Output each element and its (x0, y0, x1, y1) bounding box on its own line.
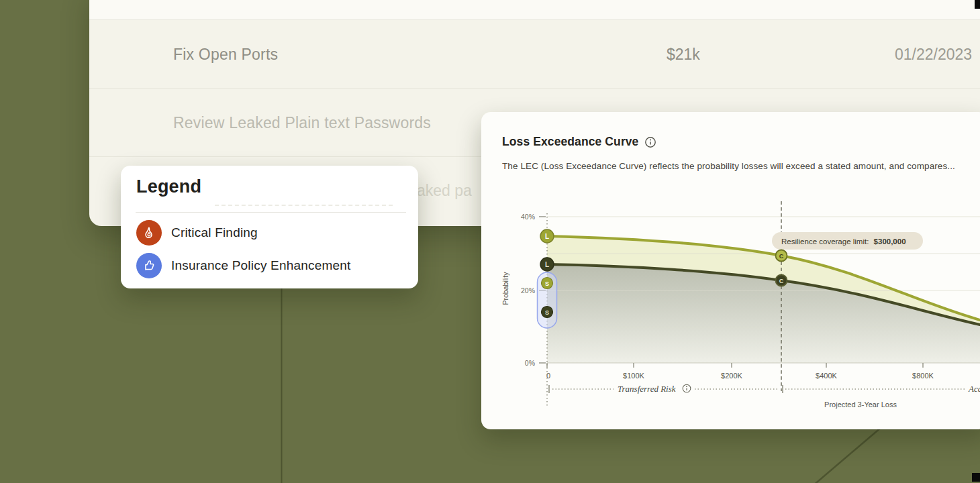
legend-popover: Legend Critical Finding Insurance Policy… (121, 166, 418, 288)
flame-icon (136, 220, 162, 246)
coverage-limit-tooltip: Resilience coverage limit: $300,000 (772, 232, 923, 250)
finding-cost: $21k (667, 45, 700, 63)
legend-item-critical-finding: Critical Finding (136, 220, 258, 246)
finding-name: Review Leaked Plain text Passwords (173, 113, 431, 131)
transferred-risk-label: Transferred Risk (618, 384, 676, 394)
marker-L-dark[interactable]: L (540, 258, 554, 271)
y-axis-label: Probability (501, 272, 509, 305)
y-tick-20: 20% (521, 286, 535, 294)
app-screen: { "app": { "background_color": "#687045"… (0, 0, 980, 483)
tooltip-label: Resilience coverage limit: (781, 237, 869, 246)
svg-text:C: C (779, 253, 784, 260)
x-tick-100k: $100K (623, 372, 644, 380)
x-tick-200k: $200K (721, 372, 742, 380)
table-row[interactable]: Fix Open Ports $21k 01/22/2023 (89, 20, 980, 88)
tooltip-value: $300,000 (874, 237, 906, 246)
x-axis-label: Projected 3-Year Loss (824, 400, 897, 409)
svg-text:Resilience coverage limit:: Resilience coverage limit: $300,000 (781, 237, 906, 246)
x-tick-800k: $800K (912, 372, 934, 380)
finding-name: Fix Open Ports (173, 45, 278, 63)
marker-L-light[interactable]: L (540, 229, 554, 243)
legend-item-label: Insurance Policy Enhancement (171, 258, 351, 273)
info-icon[interactable] (683, 384, 691, 392)
svg-text:C: C (779, 278, 784, 284)
cropped-black-artifact-bottom (972, 473, 980, 482)
divider (136, 212, 406, 213)
svg-text:S: S (545, 309, 549, 316)
loss-exceedance-card: Loss Exceedance Curve The LEC (Loss Exce… (481, 112, 980, 429)
finding-date: 01/22/2023 (895, 45, 972, 63)
marker-S-light[interactable]: S (542, 278, 553, 289)
marker-S-dark[interactable]: S (542, 307, 553, 318)
svg-text:L: L (545, 233, 549, 240)
x-tick-400k: $400K (816, 372, 837, 380)
x-axis-ticks (547, 363, 923, 368)
table-header-strip (89, 0, 980, 19)
cropped-black-artifact-top (975, 0, 980, 9)
thumbs-up-icon (136, 253, 162, 278)
legend-title: Legend (136, 176, 201, 197)
accepted-risk-label: Accepted Risk (968, 384, 980, 394)
lec-chart: 40% 20% 0% Probability 0 $100K $200K $40… (481, 112, 980, 429)
y-tick-0: 0% (525, 359, 535, 367)
marker-C-light[interactable]: C (776, 250, 787, 262)
occluded-row-text: aked pa (417, 182, 482, 203)
y-tick-40: 40% (521, 213, 535, 221)
marker-C-dark[interactable]: C (776, 275, 787, 286)
legend-item-label: Critical Finding (171, 225, 258, 240)
legend-item-insurance-enhancement: Insurance Policy Enhancement (136, 253, 351, 278)
svg-text:L: L (545, 261, 549, 268)
legend-dashed-decor (215, 205, 393, 206)
risk-range-axis: Transferred Risk Accepted Risk (549, 384, 980, 394)
svg-text:S: S (545, 280, 549, 287)
